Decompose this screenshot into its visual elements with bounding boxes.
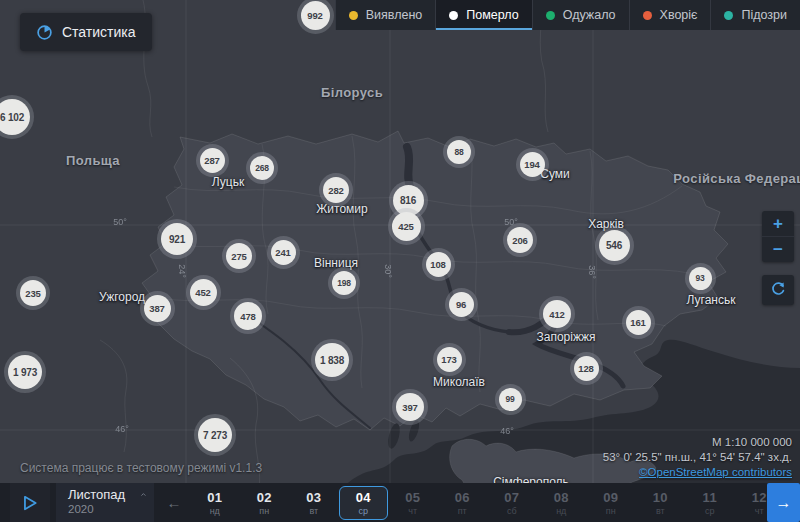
day-number: 04 bbox=[356, 490, 371, 505]
day-number: 11 bbox=[703, 490, 717, 505]
map-marker[interactable]: 425 bbox=[392, 212, 421, 241]
map-marker[interactable]: 387 bbox=[144, 295, 171, 322]
map-controls: + − bbox=[762, 211, 794, 305]
arrow-right-icon: → bbox=[776, 494, 792, 512]
day-weekday: вт bbox=[309, 506, 318, 516]
day-weekday: пн bbox=[259, 506, 269, 516]
map-marker[interactable]: 7 273 bbox=[198, 418, 232, 452]
map-marker[interactable]: 412 bbox=[543, 300, 571, 328]
legend-item-3[interactable]: Хворіє bbox=[629, 0, 711, 30]
timeline-days: 01нд02пн03вт04ср05чт06пт07сб08нд09пн10вт… bbox=[190, 483, 800, 522]
next-day-button[interactable]: → bbox=[767, 483, 800, 522]
timeline-day-04[interactable]: 04ср bbox=[339, 486, 389, 520]
legend-item-2[interactable]: Одужало bbox=[532, 0, 629, 30]
legend-dot-icon bbox=[643, 11, 652, 20]
timeline-day-10[interactable]: 10вт bbox=[636, 486, 686, 520]
zoom-out-button[interactable]: − bbox=[762, 236, 794, 262]
map-marker[interactable]: 1 973 bbox=[8, 355, 42, 389]
map-attribution: М 1:10 000 000 53° 0' 25.5" пн.ш., 41° 5… bbox=[603, 435, 792, 480]
map-marker[interactable]: 992 bbox=[301, 1, 330, 30]
map-marker[interactable]: 194 bbox=[520, 152, 545, 177]
timeline-day-11[interactable]: 11ср bbox=[685, 486, 735, 520]
month-selector[interactable]: Листопад 2020 bbox=[56, 483, 154, 522]
map-marker[interactable]: 282 bbox=[323, 177, 349, 203]
map-marker[interactable]: 128 bbox=[574, 356, 599, 381]
timeline-day-02[interactable]: 02пн bbox=[240, 486, 290, 520]
city-label: Луцьк bbox=[212, 175, 244, 189]
chevron-up-icon bbox=[141, 491, 146, 498]
map-marker[interactable]: 241 bbox=[271, 240, 296, 265]
day-weekday: нд bbox=[210, 506, 220, 516]
map-marker[interactable]: 99 bbox=[499, 388, 522, 411]
day-number: 03 bbox=[306, 490, 321, 505]
day-number: 10 bbox=[653, 490, 668, 505]
pie-chart-icon bbox=[36, 24, 53, 41]
map-marker[interactable]: 268 bbox=[250, 156, 274, 180]
timeline-day-03[interactable]: 03вт bbox=[289, 486, 339, 520]
zoom-in-button[interactable]: + bbox=[762, 211, 794, 236]
legend-item-1[interactable]: Померло bbox=[435, 0, 531, 30]
graticule-label: 30° bbox=[383, 264, 393, 278]
map-marker[interactable]: 546 bbox=[599, 230, 630, 261]
legend-item-4[interactable]: Підозри bbox=[710, 0, 800, 30]
map-marker[interactable]: 235 bbox=[20, 280, 46, 306]
legend-dot-icon bbox=[546, 11, 555, 20]
play-button[interactable] bbox=[10, 483, 50, 522]
map-marker[interactable]: 96 bbox=[449, 292, 474, 317]
map-marker[interactable]: 6 102 bbox=[0, 99, 30, 135]
graticule-label: 24° bbox=[177, 264, 187, 278]
day-number: 01 bbox=[207, 490, 222, 505]
day-number: 02 bbox=[257, 490, 272, 505]
day-number: 12 bbox=[752, 490, 767, 505]
zoom-group: + − bbox=[762, 211, 794, 262]
graticule-label: 50° bbox=[113, 217, 127, 227]
map-marker[interactable]: 921 bbox=[161, 223, 193, 255]
timeline-day-06[interactable]: 06пт bbox=[438, 486, 488, 520]
map-marker[interactable]: 88 bbox=[447, 140, 471, 164]
map-marker[interactable]: 198 bbox=[332, 271, 356, 295]
map-marker[interactable]: 397 bbox=[396, 393, 424, 421]
graticule-label: 46° bbox=[500, 426, 514, 436]
map-marker[interactable]: 1 838 bbox=[315, 343, 349, 377]
map-marker[interactable]: 287 bbox=[200, 148, 225, 173]
map-marker[interactable]: 206 bbox=[507, 227, 533, 253]
coordinates-text: 53° 0' 25.5" пн.ш., 41° 54' 57.4" зх.д. bbox=[603, 450, 792, 465]
legend-bar: ВиявленоПомерлоОдужалоХворієПідозри bbox=[335, 0, 800, 30]
legend-item-label: Підозри bbox=[741, 8, 787, 22]
day-weekday: пн bbox=[606, 506, 616, 516]
refresh-button[interactable] bbox=[762, 275, 794, 305]
map-app: { "header": { "stats_button": { "label":… bbox=[0, 0, 800, 522]
system-note: Система працює в тестовому режимі v1.1.3 bbox=[20, 461, 262, 475]
map-marker[interactable]: 108 bbox=[426, 252, 451, 277]
city-label: Ужгород bbox=[99, 290, 145, 304]
map-marker[interactable]: 161 bbox=[626, 310, 651, 335]
city-label: Запоріжжя bbox=[537, 330, 596, 344]
day-number: 07 bbox=[504, 490, 519, 505]
legend-item-label: Хворіє bbox=[660, 8, 698, 22]
timeline-day-01[interactable]: 01нд bbox=[190, 486, 240, 520]
map-marker[interactable]: 275 bbox=[226, 243, 252, 269]
day-number: 08 bbox=[554, 490, 569, 505]
map-marker[interactable]: 452 bbox=[190, 279, 217, 306]
previous-day-button[interactable]: ← bbox=[160, 483, 188, 522]
city-label: Миколаїв bbox=[433, 375, 485, 389]
map-marker[interactable]: 93 bbox=[689, 267, 712, 290]
timeline-day-08[interactable]: 08нд bbox=[537, 486, 587, 520]
timeline-day-05[interactable]: 05чт bbox=[388, 486, 438, 520]
map-marker[interactable]: 173 bbox=[437, 347, 462, 372]
timeline-day-07[interactable]: 07сб bbox=[487, 486, 537, 520]
arrow-left-icon: ← bbox=[167, 494, 182, 511]
day-weekday: сб bbox=[507, 506, 517, 516]
osm-attribution-link[interactable]: ©OpenStreetMap contributors bbox=[603, 465, 792, 480]
timeline-day-09[interactable]: 09пн bbox=[586, 486, 636, 520]
legend-item-0[interactable]: Виявлено bbox=[335, 0, 436, 30]
day-weekday: чт bbox=[755, 506, 764, 516]
day-weekday: ср bbox=[705, 506, 715, 516]
map-marker[interactable]: 478 bbox=[234, 302, 262, 330]
refresh-icon bbox=[770, 282, 786, 298]
map-marker[interactable]: 816 bbox=[393, 185, 424, 216]
month-label: Листопад bbox=[68, 487, 125, 502]
year-label: 2020 bbox=[68, 503, 146, 515]
statistics-button[interactable]: Статистика bbox=[20, 13, 152, 51]
city-label: Житомир bbox=[316, 202, 367, 216]
